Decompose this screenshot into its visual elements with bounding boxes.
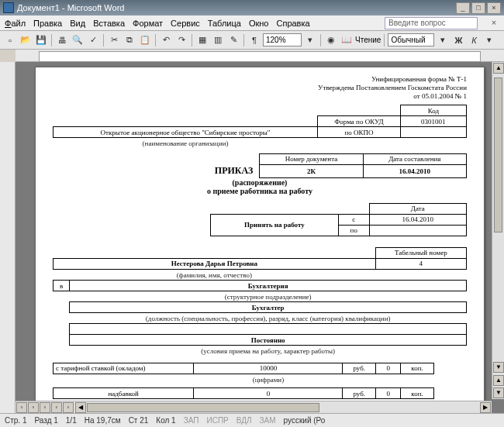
menu-file[interactable]: Файл: [5, 19, 26, 28]
copy-icon[interactable]: ⧉: [123, 33, 136, 47]
code-label: Код: [400, 105, 466, 116]
scrollbar-horizontal[interactable]: ▫ ▫ ▫ ▫ ▫ ◀ ▶: [16, 401, 492, 413]
print-icon[interactable]: 🖶: [55, 33, 69, 47]
scroll-thumb-v[interactable]: [494, 77, 502, 232]
scroll-thumb-h[interactable]: [87, 403, 319, 412]
reading-icon[interactable]: 📖: [340, 33, 354, 47]
kop1: коп.: [401, 363, 434, 374]
to-label: по: [338, 225, 369, 236]
cut-icon[interactable]: ✂: [107, 33, 121, 47]
columns-icon[interactable]: ▥: [211, 33, 225, 47]
minimize-button[interactable]: _: [456, 2, 470, 14]
menu-table[interactable]: Таблица: [208, 19, 241, 28]
drawing-icon[interactable]: ✎: [226, 33, 240, 47]
salary-note: (цифрами): [194, 374, 343, 384]
style-select[interactable]: Обычный: [388, 33, 434, 46]
save-icon[interactable]: 💾: [34, 33, 48, 47]
redo-icon[interactable]: ↷: [174, 33, 188, 47]
dept-table: вБухгалтерия (структурное подразделение)…: [53, 280, 467, 356]
docdate-label: Дата составления: [363, 153, 466, 164]
salary-value: 10000: [194, 363, 343, 374]
okud-label: Форма по ОКУД: [318, 116, 401, 127]
scroll-right-icon[interactable]: ▶: [480, 402, 491, 413]
scroll-up-icon[interactable]: ▲: [493, 63, 504, 74]
page: Унифицированная форма № Т-1 Утверждена П…: [35, 67, 485, 413]
menu-view[interactable]: Вид: [70, 19, 85, 28]
spell-icon[interactable]: ✓: [86, 33, 100, 47]
tabnum-value: 4: [375, 258, 466, 269]
status-trk[interactable]: ИСПР: [206, 416, 228, 425]
pos-value: Бухгалтер: [70, 302, 467, 313]
rub2: руб.: [343, 388, 376, 399]
menu-insert[interactable]: Вставка: [93, 19, 125, 28]
show-marks-icon[interactable]: ¶: [247, 33, 261, 47]
employee-fio: Нестерова Дарья Петровна: [54, 258, 376, 269]
paste-icon[interactable]: 📋: [138, 33, 152, 47]
bold-button[interactable]: Ж: [451, 33, 465, 47]
table-icon[interactable]: ▦: [195, 33, 209, 47]
v-label: в: [54, 281, 70, 291]
view-normal-icon[interactable]: ▫: [16, 402, 27, 413]
preview-icon[interactable]: 🔍: [71, 33, 85, 47]
salary-table: с тарифной ставкой (окладом)10000руб.0ко…: [53, 363, 467, 385]
document-area[interactable]: Унифицированная форма № Т-1 Утверждена П…: [16, 62, 504, 413]
ruler-horizontal[interactable]: [16, 50, 504, 62]
header-table: Код Форма по ОКУД0301001 Открытое акцион…: [53, 105, 467, 149]
new-doc-icon[interactable]: ▫: [3, 33, 17, 47]
toolbar-overflow-icon[interactable]: ▾: [482, 33, 496, 47]
ruler-vertical[interactable]: [0, 62, 16, 413]
view-print-icon[interactable]: ▫: [40, 402, 50, 413]
kop2: коп.: [401, 388, 434, 399]
scrollbar-vertical[interactable]: ▲ ▼ ▲ ▼: [492, 62, 504, 399]
org-note: (наименование организации): [54, 138, 318, 149]
ask-question-input[interactable]: Введите вопрос: [385, 17, 478, 29]
statusbar: Стр. 1 Разд 1 1/1 На 19,7см Ст 21 Кол 1 …: [0, 413, 504, 427]
menu-window[interactable]: Окно: [249, 19, 269, 28]
view-reading-icon[interactable]: ▫: [63, 402, 74, 413]
status-rec[interactable]: ЗАП: [184, 416, 199, 425]
zoom-dropdown-icon[interactable]: ▾: [303, 33, 317, 47]
toolbar: ▫ 📂 💾 🖶 🔍 ✓ ✂ ⧉ 📋 ↶ ↷ ▦ ▥ ✎ ¶ 120% ▾ ◉ 📖…: [0, 31, 504, 50]
dept-value: Бухгалтерия: [70, 281, 467, 291]
prev-page-icon[interactable]: ▲: [493, 375, 504, 386]
date-label: Дата: [369, 203, 466, 214]
zoom-select[interactable]: 120%: [263, 33, 302, 46]
menu-format[interactable]: Формат: [133, 19, 163, 28]
status-ext[interactable]: ВДЛ: [236, 416, 252, 425]
form-header: Унифицированная форма № Т-1 Утверждена П…: [53, 75, 467, 100]
open-icon[interactable]: 📂: [19, 33, 33, 47]
employee-table: Табельный номер Нестерова Дарья Петровна…: [53, 247, 467, 281]
cond-value: Постоянно: [70, 335, 467, 346]
pos-note: (должность (специальность, профессия), р…: [70, 313, 467, 324]
titlebar: Документ1 - Microsoft Word _ □ ×: [0, 0, 504, 15]
salary-label: с тарифной ставкой (окладом): [54, 363, 194, 374]
undo-icon[interactable]: ↶: [159, 33, 173, 47]
org-name: Открытое акционерное общество "Сибирские…: [54, 127, 318, 138]
status-ovr[interactable]: ЗАМ: [260, 416, 276, 425]
menu-tools[interactable]: Сервис: [171, 19, 200, 28]
view-web-icon[interactable]: ▫: [28, 402, 39, 413]
reading-label[interactable]: Чтение: [355, 36, 381, 44]
status-lang[interactable]: русский (Ро: [284, 416, 326, 425]
help-close-icon[interactable]: ×: [488, 18, 499, 29]
from-date: 16.04.2010: [369, 214, 466, 225]
docnum-label: Номер документа: [260, 153, 363, 164]
menu-edit[interactable]: Правка: [33, 19, 62, 28]
scroll-left-icon[interactable]: ◀: [75, 402, 86, 413]
menu-help[interactable]: Справка: [276, 19, 309, 28]
window-title: Документ1 - Microsoft Word: [17, 3, 124, 12]
help-icon[interactable]: ◉: [324, 33, 338, 47]
next-page-icon[interactable]: ▼: [493, 387, 504, 398]
rub1: руб.: [343, 363, 376, 374]
maximize-button[interactable]: □: [471, 2, 485, 14]
from-label: с: [338, 214, 369, 225]
app-icon: [3, 2, 14, 13]
dept-note: (структурное подразделение): [70, 291, 467, 302]
scroll-down-icon[interactable]: ▼: [493, 362, 504, 373]
status-line: Ст 21: [129, 416, 149, 425]
view-outline-icon[interactable]: ▫: [51, 402, 62, 413]
style-dropdown-icon[interactable]: ▾: [436, 33, 450, 47]
italic-button[interactable]: К: [467, 33, 481, 47]
fio-note: (фамилия, имя, отчество): [54, 269, 376, 280]
close-button[interactable]: ×: [487, 2, 501, 14]
